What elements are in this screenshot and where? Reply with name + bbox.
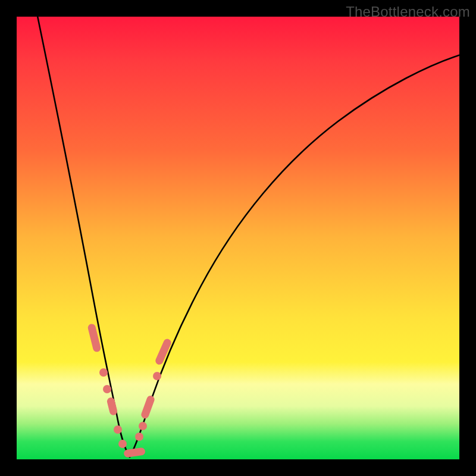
marker-right-dot-3	[153, 372, 161, 380]
marker-left-dot-3	[114, 425, 122, 434]
marker-left-dot-1	[99, 368, 108, 377]
curve-left-branch	[37, 13, 130, 457]
markers-right	[123, 338, 172, 458]
marker-bottom-pill	[123, 447, 145, 458]
plot-area	[17, 17, 459, 459]
marker-right-dot-2	[139, 422, 147, 430]
curves-svg	[17, 17, 459, 459]
marker-right-dot-1	[135, 433, 143, 441]
marker-right-pill-1	[140, 394, 156, 419]
markers-left	[87, 323, 127, 448]
marker-left-pill-2	[107, 397, 118, 416]
curve-right-branch	[130, 55, 461, 457]
marker-left-dot-4	[118, 440, 127, 448]
marker-left-dot-2	[103, 385, 111, 393]
watermark-text: TheBottleneck.com	[346, 4, 470, 20]
chart-frame: TheBottleneck.com	[0, 0, 476, 476]
